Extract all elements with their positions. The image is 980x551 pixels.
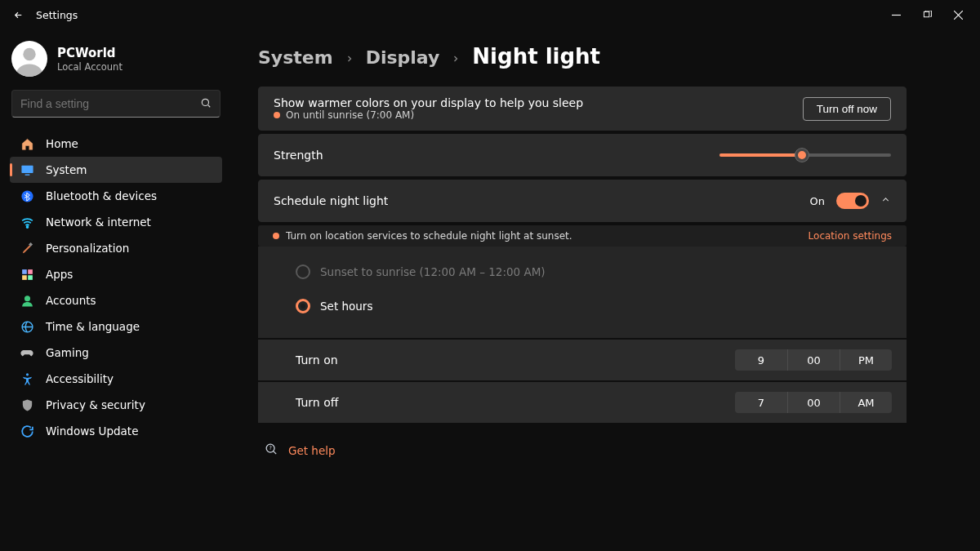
sidebar-item-label: Time & language xyxy=(46,320,140,333)
update-icon xyxy=(20,424,34,438)
apps-icon xyxy=(20,267,34,282)
svg-text:?: ? xyxy=(269,445,271,451)
gamepad-icon xyxy=(20,345,34,360)
sidebar-item-label: Accounts xyxy=(46,294,96,307)
radio-label: Sunset to sunrise (12:00 AM – 12:00 AM) xyxy=(320,265,546,278)
sidebar-item-privacy[interactable]: Privacy & security xyxy=(10,392,222,418)
bluetooth-icon xyxy=(20,189,34,203)
banner-text: Turn on location services to schedule ni… xyxy=(286,230,572,242)
svg-rect-11 xyxy=(28,275,33,280)
chevron-right-icon xyxy=(451,51,461,67)
turn-on-ampm[interactable]: PM xyxy=(840,349,892,371)
svg-point-12 xyxy=(24,295,29,301)
turn-on-minute[interactable]: 00 xyxy=(787,349,840,371)
search-icon xyxy=(200,97,212,111)
sidebar-item-label: Personalization xyxy=(46,242,129,255)
get-help-link[interactable]: ? Get help xyxy=(258,423,906,459)
radio-sunset-to-sunrise: Sunset to sunrise (12:00 AM – 12:00 AM) xyxy=(296,255,892,289)
sidebar-item-accessibility[interactable]: Accessibility xyxy=(10,366,222,392)
sidebar-item-accounts[interactable]: Accounts xyxy=(10,287,222,313)
system-icon xyxy=(20,162,34,177)
toggle-state-text: On xyxy=(810,195,825,207)
avatar xyxy=(11,41,47,77)
svg-rect-8 xyxy=(22,269,27,274)
sidebar-item-system[interactable]: System xyxy=(10,157,222,183)
turn-on-time-picker[interactable]: 9 00 PM xyxy=(735,349,892,371)
turn-off-now-button[interactable]: Turn off now xyxy=(803,97,891,121)
slider-thumb[interactable] xyxy=(795,149,808,162)
turn-on-hour[interactable]: 9 xyxy=(735,349,787,371)
sidebar-item-time-language[interactable]: Time & language xyxy=(10,313,222,340)
get-help-label: Get help xyxy=(288,444,336,457)
maximize-icon xyxy=(923,11,932,20)
turn-off-time-picker[interactable]: 7 00 AM xyxy=(735,392,892,413)
turn-on-label: Turn on xyxy=(296,353,338,367)
search-input[interactable] xyxy=(20,97,200,110)
user-account-type: Local Account xyxy=(57,61,122,73)
turn-off-hour[interactable]: 7 xyxy=(735,392,787,413)
svg-rect-10 xyxy=(22,275,27,280)
strength-label: Strength xyxy=(274,149,323,162)
breadcrumb-display[interactable]: Display xyxy=(366,47,440,68)
minimize-icon xyxy=(892,11,901,20)
svg-rect-0 xyxy=(924,11,929,16)
wifi-icon xyxy=(20,215,34,229)
svg-point-6 xyxy=(26,226,28,228)
sidebar-item-network[interactable]: Network & internet xyxy=(10,209,222,235)
svg-rect-4 xyxy=(24,174,29,175)
chevron-up-icon[interactable] xyxy=(880,194,891,207)
svg-point-1 xyxy=(23,48,35,60)
window-title: Settings xyxy=(36,9,78,21)
slider-fill xyxy=(719,153,802,157)
schedule-label: Schedule night light xyxy=(274,194,388,207)
sidebar-item-label: Privacy & security xyxy=(46,398,145,411)
sidebar-item-label: Gaming xyxy=(46,346,89,359)
sidebar-item-windows-update[interactable]: Windows Update xyxy=(10,418,222,444)
chevron-right-icon xyxy=(345,51,354,67)
person-icon xyxy=(20,293,34,308)
svg-point-14 xyxy=(25,373,28,375)
night-light-description: Show warmer colors on your display to he… xyxy=(274,96,583,109)
radio-set-hours[interactable]: Set hours xyxy=(296,289,892,323)
sidebar-item-bluetooth[interactable]: Bluetooth & devices xyxy=(10,183,222,209)
user-profile[interactable]: PCWorld Local Account xyxy=(10,38,222,90)
sidebar-item-label: Bluetooth & devices xyxy=(46,189,157,202)
sidebar-item-label: Network & internet xyxy=(46,216,151,229)
sidebar-item-label: Accessibility xyxy=(46,372,114,385)
help-icon: ? xyxy=(265,442,278,459)
radio-icon xyxy=(296,264,310,279)
svg-rect-9 xyxy=(28,269,33,274)
sidebar-item-gaming[interactable]: Gaming xyxy=(10,340,222,366)
turn-off-minute[interactable]: 00 xyxy=(787,392,840,413)
location-settings-link[interactable]: Location settings xyxy=(808,230,892,242)
radio-label: Set hours xyxy=(320,300,372,313)
page-title: Night light xyxy=(472,44,600,69)
breadcrumb: System Display Night light xyxy=(258,44,906,69)
svg-point-2 xyxy=(202,99,208,105)
sidebar-item-personalization[interactable]: Personalization xyxy=(10,235,222,261)
home-icon xyxy=(20,136,34,151)
sidebar-item-label: Apps xyxy=(46,268,73,281)
turn-off-label: Turn off xyxy=(296,396,338,409)
close-icon xyxy=(954,11,963,20)
turn-on-row: Turn on 9 00 PM xyxy=(258,340,906,380)
strength-slider[interactable] xyxy=(719,153,891,157)
breadcrumb-system[interactable]: System xyxy=(258,47,333,68)
radio-icon xyxy=(296,299,310,313)
status-dot-icon xyxy=(274,112,280,118)
window-minimize-button[interactable] xyxy=(880,3,911,26)
shield-icon xyxy=(20,398,34,412)
window-close-button[interactable] xyxy=(942,3,973,26)
search-box[interactable] xyxy=(11,90,220,118)
user-name: PCWorld xyxy=(57,46,122,60)
paintbrush-icon xyxy=(20,241,34,256)
back-button[interactable] xyxy=(7,3,29,26)
sidebar-item-label: Home xyxy=(46,137,78,150)
sidebar-item-home[interactable]: Home xyxy=(10,131,222,157)
turn-off-ampm[interactable]: AM xyxy=(840,392,892,413)
location-services-banner: Turn on location services to schedule ni… xyxy=(258,225,906,247)
window-maximize-button[interactable] xyxy=(911,3,942,26)
svg-rect-3 xyxy=(21,165,33,172)
schedule-toggle[interactable] xyxy=(836,193,869,209)
sidebar-item-apps[interactable]: Apps xyxy=(10,261,222,287)
